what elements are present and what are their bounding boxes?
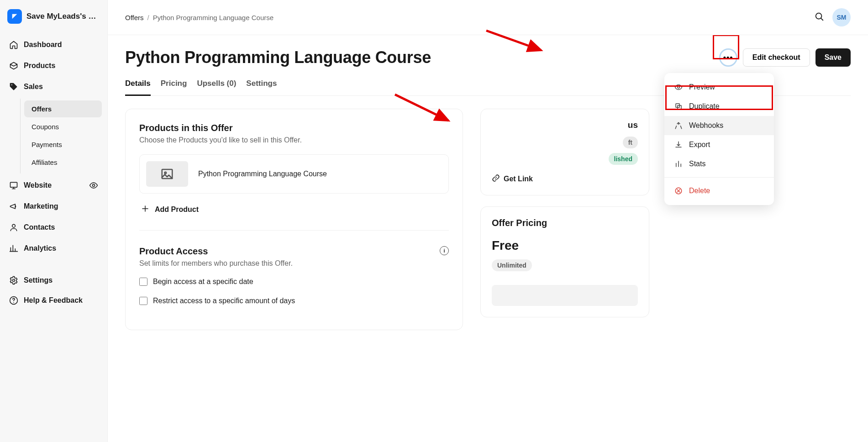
checkbox-restrict-days[interactable] [139, 297, 147, 305]
dd-label: Preview [689, 83, 715, 91]
breadcrumb: Offers / Python Programming Language Cou… [125, 14, 274, 21]
products-subtitle: Choose the Products you'd like to sell i… [139, 136, 449, 144]
page-title: Python Programming Language Course [125, 48, 431, 67]
topbar: Offers / Python Programming Language Cou… [108, 0, 868, 35]
access-opt-label: Begin access at a specific date [153, 278, 253, 286]
search-icon[interactable] [814, 11, 824, 23]
sidebar-item-label: Sales [24, 83, 43, 91]
sidebar-item-contacts[interactable]: Contacts [5, 218, 102, 237]
sidebar-sub-offers[interactable]: Offers [24, 100, 102, 117]
brand[interactable]: Save MyLeads's F… [5, 9, 102, 24]
pricing-value: Free [492, 238, 638, 253]
get-link-label: Get Link [504, 175, 533, 183]
products-title: Products in this Offer [139, 123, 449, 133]
brand-name: Save MyLeads's F… [26, 12, 100, 21]
svg-point-8 [678, 86, 680, 89]
dd-stats[interactable]: Stats [664, 154, 774, 174]
svg-point-13 [164, 172, 166, 174]
access-opt-label: Restrict access to a specific amount of … [153, 297, 295, 305]
dd-duplicate[interactable]: Duplicate [664, 97, 774, 116]
delete-icon [674, 187, 683, 195]
home-icon [9, 40, 18, 49]
status-heading: us [492, 120, 638, 130]
megaphone-icon [9, 202, 18, 211]
right-column: us ft lished Get Link Offer Pricing Free… [480, 109, 649, 317]
webhook-icon [674, 121, 683, 130]
brand-logo [7, 9, 22, 24]
tab-settings[interactable]: Settings [246, 74, 277, 96]
dd-preview[interactable]: Preview [664, 78, 774, 97]
pricing-limit-badge: Unlimited [492, 259, 532, 271]
dd-delete[interactable]: Delete [664, 181, 774, 200]
sidebar-bottom: Settings Help & Feedback [5, 271, 102, 310]
sidebar-item-label: Products [24, 62, 55, 70]
more-actions-button[interactable]: ••• [719, 48, 737, 67]
dd-webhooks[interactable]: Webhooks [664, 116, 774, 135]
divider [139, 230, 449, 231]
sidebar-item-dashboard[interactable]: Dashboard [5, 36, 102, 54]
sidebar-sales-sub: Offers Coupons Payments Affiliates [20, 99, 102, 174]
pricing-placeholder-box [492, 285, 638, 306]
header-actions: ••• Edit checkout Save Preview Duplicate [719, 48, 851, 67]
add-product-button[interactable]: Add Product [139, 202, 449, 215]
tab-pricing[interactable]: Pricing [161, 74, 187, 96]
sidebar: Save MyLeads's F… Dashboard Products Sal… [0, 0, 108, 442]
image-placeholder-icon [146, 161, 188, 187]
svg-point-1 [11, 84, 12, 85]
dd-export[interactable]: Export [664, 135, 774, 154]
dd-label: Webhooks [689, 121, 723, 130]
svg-point-5 [13, 279, 15, 282]
tab-upsells[interactable]: Upsells (0) [197, 74, 236, 96]
svg-marker-0 [12, 14, 17, 19]
tag-icon [9, 82, 18, 91]
get-link-button[interactable]: Get Link [492, 174, 638, 184]
sidebar-item-analytics[interactable]: Analytics [5, 239, 102, 258]
sidebar-item-settings[interactable]: Settings [5, 271, 102, 289]
copy-icon [674, 102, 683, 110]
bar-chart-icon [9, 244, 18, 253]
status-badge-draft: ft [623, 137, 638, 148]
access-subtitle: Set limits for members who purchase this… [139, 259, 293, 268]
sidebar-item-label: Website [24, 181, 52, 189]
sidebar-item-marketing[interactable]: Marketing [5, 197, 102, 216]
breadcrumb-root[interactable]: Offers [125, 14, 144, 21]
product-row[interactable]: Python Programming Language Course [139, 154, 449, 194]
sidebar-sub-payments[interactable]: Payments [24, 136, 102, 153]
eye-icon[interactable] [89, 181, 98, 190]
add-product-label: Add Product [155, 205, 199, 214]
dd-label: Duplicate [689, 102, 720, 110]
access-title: Product Access [139, 246, 293, 257]
dd-label: Export [689, 141, 710, 149]
box-icon [9, 61, 18, 70]
help-circle-icon [9, 296, 18, 305]
pricing-card: Offer Pricing Free Unlimited [480, 206, 649, 317]
more-actions-dropdown: Preview Duplicate Webhooks Export [664, 73, 774, 205]
access-begin-date[interactable]: Begin access at a specific date [139, 278, 449, 286]
products-card: Products in this Offer Choose the Produc… [125, 109, 463, 330]
sidebar-item-label: Analytics [24, 244, 56, 253]
sidebar-item-label: Settings [24, 276, 53, 284]
status-card: us ft lished Get Link [480, 109, 649, 195]
save-button[interactable]: Save [815, 48, 851, 67]
avatar[interactable]: SM [832, 8, 851, 26]
sidebar-item-label: Contacts [24, 223, 55, 232]
main: Offers / Python Programming Language Cou… [108, 0, 868, 442]
tab-details[interactable]: Details [125, 74, 151, 96]
sidebar-sub-coupons[interactable]: Coupons [24, 118, 102, 135]
link-icon [492, 174, 500, 184]
product-name: Python Programming Language Course [198, 170, 327, 178]
sidebar-item-website[interactable]: Website [5, 176, 102, 195]
sidebar-item-sales[interactable]: Sales [5, 78, 102, 96]
info-icon[interactable]: i [440, 246, 449, 255]
svg-point-4 [12, 224, 16, 227]
sidebar-item-label: Help & Feedback [24, 296, 83, 305]
edit-checkout-button[interactable]: Edit checkout [743, 48, 810, 67]
sidebar-item-label: Dashboard [24, 41, 62, 49]
sidebar-sub-affiliates[interactable]: Affiliates [24, 154, 102, 171]
access-restrict-days[interactable]: Restrict access to a specific amount of … [139, 297, 449, 305]
sidebar-item-products[interactable]: Products [5, 57, 102, 75]
sidebar-item-help[interactable]: Help & Feedback [5, 291, 102, 310]
dd-separator [664, 177, 774, 178]
checkbox-begin-date[interactable] [139, 278, 147, 286]
download-icon [674, 141, 683, 149]
